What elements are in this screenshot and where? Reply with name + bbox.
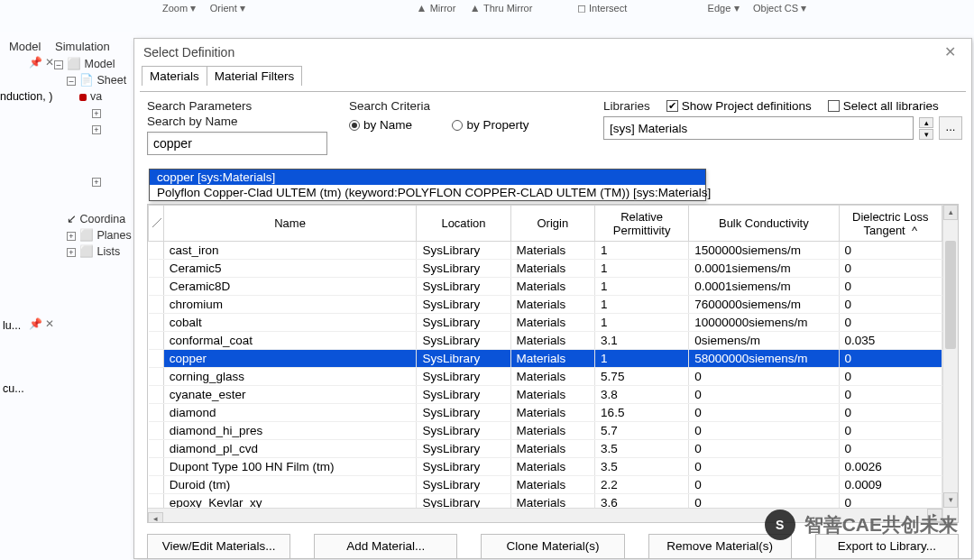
col-marker[interactable]: [149, 206, 164, 242]
row-marker: [149, 242, 164, 260]
cell-name: conformal_coat: [163, 332, 417, 350]
lib-up-icon[interactable]: ▴: [919, 117, 933, 128]
col-name[interactable]: Name: [163, 206, 417, 242]
cell-rel-perm: 3.5: [595, 440, 689, 458]
tab-materials[interactable]: Materials: [142, 66, 207, 86]
col-rel-perm[interactable]: Relative Permittivity: [595, 206, 689, 242]
close-icon[interactable]: ✕: [937, 39, 962, 66]
cell-loss-tan: 0: [839, 368, 942, 386]
row-marker: [149, 314, 164, 332]
ribbon-object-cs[interactable]: Object CS: [753, 3, 798, 14]
cell-location: SysLibrary: [417, 458, 510, 476]
cell-origin: Materials: [510, 476, 595, 494]
table-row[interactable]: Dupont Type 100 HN Film (tm)SysLibraryMa…: [149, 458, 942, 476]
left-tab-2[interactable]: cu...: [3, 382, 24, 395]
table-row[interactable]: conformal_coatSysLibraryMaterials3.10sie…: [149, 332, 942, 350]
scroll-thumb[interactable]: [945, 241, 956, 349]
table-row[interactable]: corning_glassSysLibraryMaterials5.7500: [149, 368, 942, 386]
cell-bulk-cond: 0: [689, 404, 839, 422]
libraries-label: Libraries: [603, 99, 650, 113]
materials-grid[interactable]: Name Location Origin Relative Permittivi…: [147, 204, 959, 523]
cell-loss-tan: 0: [839, 242, 942, 260]
ribbon-edge[interactable]: Edge: [708, 3, 731, 14]
table-row[interactable]: diamond_pl_cvdSysLibraryMaterials3.500: [149, 440, 942, 458]
ribbon-mirror[interactable]: Mirror: [430, 3, 456, 14]
scroll-down-icon[interactable]: ▾: [943, 492, 958, 508]
cell-loss-tan: 0: [839, 260, 942, 278]
left-tab-1[interactable]: lu...: [3, 319, 21, 332]
cell-rel-perm: 1: [595, 242, 689, 260]
view-edit-materials-button[interactable]: View/Edit Materials...: [147, 534, 290, 559]
table-row[interactable]: diamondSysLibraryMaterials16.500: [149, 404, 942, 422]
autocomplete-item-selected[interactable]: copper [sys:Materials]: [150, 170, 705, 185]
scroll-up-icon[interactable]: ▴: [943, 205, 958, 220]
cell-rel-perm: 1: [595, 278, 689, 296]
cell-location: SysLibrary: [417, 314, 510, 332]
tab-model[interactable]: Model: [9, 40, 41, 53]
col-origin[interactable]: Origin: [510, 206, 595, 242]
show-project-definitions-checkbox[interactable]: ✔Show Project definitions: [666, 99, 812, 113]
cell-origin: Materials: [510, 404, 595, 422]
libraries-more-button[interactable]: ...: [939, 116, 962, 140]
radio-by-property[interactable]: by Property: [452, 118, 528, 132]
cell-origin: Materials: [510, 440, 595, 458]
table-row[interactable]: chromiumSysLibraryMaterials17600000sieme…: [149, 296, 942, 314]
row-marker: [149, 386, 164, 404]
table-row[interactable]: diamond_hi_presSysLibraryMaterials5.700: [149, 422, 942, 440]
tree-planes[interactable]: Planes: [96, 229, 131, 242]
tab-material-filters[interactable]: Material Filters: [207, 66, 303, 86]
lib-down-icon[interactable]: ▾: [919, 129, 933, 140]
row-marker: [149, 458, 164, 476]
cell-rel-perm: 2.2: [595, 476, 689, 494]
panel-pin-icon-2[interactable]: 📌 ✕: [29, 317, 54, 330]
cell-bulk-cond: 0: [689, 458, 839, 476]
hscroll-left-icon[interactable]: ◂: [148, 512, 163, 523]
cell-rel-perm: 1: [595, 314, 689, 332]
cell-loss-tan: 0: [839, 440, 942, 458]
ribbon-orient[interactable]: Orient: [210, 3, 237, 14]
table-row[interactable]: cast_ironSysLibraryMaterials11500000siem…: [149, 242, 942, 260]
cell-location: SysLibrary: [417, 404, 510, 422]
clone-material-button[interactable]: Clone Material(s): [481, 534, 624, 559]
table-row[interactable]: cobaltSysLibraryMaterials110000000siemen…: [149, 314, 942, 332]
select-all-libraries-checkbox[interactable]: Select all libraries: [828, 99, 939, 113]
autocomplete-dropdown[interactable]: copper [sys:Materials] Polyflon Copper-C…: [149, 169, 706, 201]
cell-location: SysLibrary: [417, 296, 510, 314]
cell-bulk-cond: 0: [689, 386, 839, 404]
cell-rel-perm: 3.5: [595, 458, 689, 476]
tree-root[interactable]: Model: [84, 58, 115, 70]
tree-vac[interactable]: va: [90, 90, 102, 103]
autocomplete-item[interactable]: Polyflon Copper-Clad ULTEM (tm) (keyword…: [150, 185, 705, 200]
cell-location: SysLibrary: [417, 440, 510, 458]
table-row[interactable]: Ceramic8DSysLibraryMaterials10.0001sieme…: [149, 278, 942, 296]
cell-bulk-cond: 0: [689, 440, 839, 458]
tree-sheets[interactable]: Sheet: [96, 74, 126, 87]
libraries-select[interactable]: [sys] Materials: [603, 116, 914, 140]
search-input[interactable]: [147, 132, 327, 155]
row-marker: [149, 440, 164, 458]
cell-origin: Materials: [510, 242, 595, 260]
svg-line-0: [152, 218, 161, 227]
table-row[interactable]: Ceramic5SysLibraryMaterials10.0001siemen…: [149, 260, 942, 278]
cell-bulk-cond: 7600000siemens/m: [689, 296, 839, 314]
cell-location: SysLibrary: [417, 332, 510, 350]
col-bulk-cond[interactable]: Bulk Conductivity: [689, 206, 839, 242]
tree-coord[interactable]: Coordina: [79, 213, 125, 225]
cell-rel-perm: 1: [595, 296, 689, 314]
table-row[interactable]: copperSysLibraryMaterials158000000siemen…: [149, 350, 942, 368]
col-location[interactable]: Location: [417, 206, 510, 242]
tree-lists[interactable]: Lists: [96, 245, 120, 258]
cell-name: cast_iron: [163, 242, 417, 260]
model-tree[interactable]: –⬜ Model –📄 Sheet va + + + ↙ Coordina +⬜…: [54, 56, 140, 290]
tab-simulation[interactable]: Simulation: [55, 40, 110, 53]
ribbon-zoom[interactable]: Zoom: [162, 3, 188, 14]
col-loss-tan[interactable]: Dielectric Loss Tangent ^: [839, 206, 942, 242]
panel-pin-icon[interactable]: 📌 ✕: [29, 56, 54, 69]
radio-by-name[interactable]: by Name: [349, 118, 412, 132]
table-row[interactable]: Duroid (tm)SysLibraryMaterials2.200.0009: [149, 476, 942, 494]
ribbon-intersect[interactable]: Intersect: [589, 3, 627, 14]
table-row[interactable]: cyanate_esterSysLibraryMaterials3.800: [149, 386, 942, 404]
add-material-button[interactable]: Add Material...: [314, 534, 457, 559]
ribbon-thru-mirror[interactable]: Thru Mirror: [483, 3, 532, 14]
cell-rel-perm: 1: [595, 350, 689, 368]
